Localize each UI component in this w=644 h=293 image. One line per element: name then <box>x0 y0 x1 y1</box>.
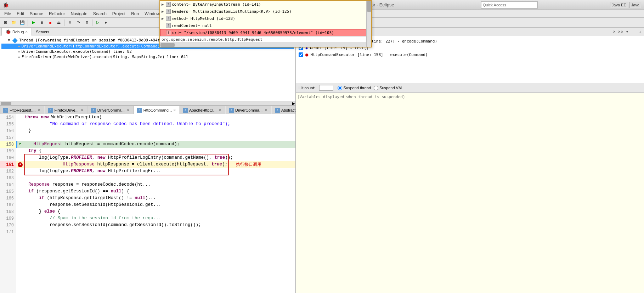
stack-frame-1[interactable]: ▬ DriverCommandExecutor.execute(Command)… <box>1 49 294 54</box>
toolbar-sep-2 <box>64 19 64 26</box>
open-button[interactable]: 📁 <box>10 19 18 27</box>
line-num-162: 162 <box>0 168 16 175</box>
line-num-161: 161 <box>0 161 16 168</box>
java-perspective[interactable]: Java <box>629 2 641 8</box>
tab-close-active[interactable]: ✕ <box>173 108 176 112</box>
variables-placeholder: (Variables displayed when thread is susp… <box>297 95 643 99</box>
menu-search[interactable]: Search <box>90 11 109 17</box>
suspend-radio-group: Suspend thread Suspend VM <box>338 86 402 90</box>
line-num-170: 170 <box>0 222 16 229</box>
stack-frame-2[interactable]: ▬ FirefoxDriver(RemoteWebDriver).execute… <box>1 54 294 60</box>
new-button[interactable]: ⊞ <box>1 19 9 27</box>
close-tab-1[interactable]: ✕ <box>80 108 84 112</box>
main-layout: 🐞 Debug ✕ Servers ⊘ ✕ ▾ — □ <box>0 28 644 293</box>
menu-refactor[interactable]: Refactor <box>46 11 68 17</box>
line-num-166: 166 <box>0 195 16 202</box>
hit-count-input[interactable] <box>319 85 333 91</box>
editor-tab-1[interactable]: J FirefoxDrive... ✕ <box>45 106 87 114</box>
debug-resume[interactable]: ▶ <box>29 19 37 27</box>
scroll-right-arrow[interactable]: ▶ <box>291 101 295 106</box>
code-line-157 <box>16 134 295 141</box>
servers-tab[interactable]: Servers <box>32 28 53 36</box>
frame-icon-2: ▬ <box>18 55 20 59</box>
bp-icon-removeall[interactable]: ✕✕ <box>618 29 623 35</box>
bp-icon-max[interactable]: □ <box>637 29 643 35</box>
editor-tab-4[interactable]: J ApacheHttpCl... ✕ <box>180 106 225 114</box>
tab-icon-0: J <box>3 108 8 113</box>
suspend-thread-label[interactable]: Suspend thread <box>338 86 371 90</box>
code-line-166: if (httpResponse.getTargetHost() != null… <box>16 195 295 202</box>
step-return[interactable]: ⬆ <box>83 19 91 27</box>
suspend-vm-label[interactable]: Suspend VM <box>374 86 402 90</box>
menu-navigate[interactable]: Navigate <box>68 11 90 17</box>
bp-checkbox-2[interactable] <box>299 52 303 57</box>
code-line-170: response.setSessionId(command.getSession… <box>16 222 295 229</box>
quick-access-container <box>481 1 538 9</box>
code-line-163 <box>16 175 295 181</box>
debug-disconnect[interactable]: ⏏ <box>55 19 63 27</box>
code-line-156: } <box>16 128 295 134</box>
tab-icon-6: J <box>275 108 280 113</box>
toolbar-sep-3 <box>92 19 92 26</box>
line-num-165: 165 <box>0 188 16 195</box>
code-line-154: throw new WebDriverException( <box>16 114 295 121</box>
tab-icon-4: J <box>183 108 188 113</box>
close-tab-5[interactable]: ✕ <box>264 108 268 112</box>
suspend-vm-radio[interactable] <box>374 86 378 90</box>
suspend-section: Hit count: Suspend thread Suspend VM <box>296 83 644 93</box>
menu-file[interactable]: File <box>1 11 14 17</box>
quick-access-input[interactable] <box>481 1 538 9</box>
code-line-155: "No command or response codec has been d… <box>16 121 295 128</box>
debug-suspend[interactable]: ⏸ <box>38 19 46 27</box>
suspend-thread-radio[interactable] <box>338 86 342 90</box>
tab-icon-2: J <box>91 108 96 113</box>
close-tab-4[interactable]: ✕ <box>218 108 222 112</box>
line-numbers: 154 155 156 157 158 159 160 161 162 163 … <box>0 114 16 293</box>
toolbar-sep-1 <box>28 19 28 26</box>
menu-run[interactable]: Run <box>128 11 142 17</box>
editor-tab-2[interactable]: J DriverComma... ✕ <box>88 106 134 114</box>
line-num-163: 163 <box>0 175 16 181</box>
perspective-buttons: Java EE Java <box>610 2 641 8</box>
step-over[interactable]: ↷ <box>74 19 82 27</box>
run-button[interactable]: ▷ <box>94 19 102 27</box>
code-line-158: ➤ HttpRequest httpRequest = commandCodec… <box>16 141 295 148</box>
code-line-164: Response response = responseCodec.decode… <box>16 181 295 188</box>
code-content: 154 155 156 157 158 159 160 161 162 163 … <box>0 114 295 293</box>
debug-scrollbar-h[interactable]: ▶ <box>0 101 295 105</box>
code-line-161: ● HttpResponse httpResponse = client.exe… <box>16 161 295 168</box>
debug-stop[interactable]: ■ <box>46 19 54 27</box>
menu-source[interactable]: Source <box>27 11 46 17</box>
line-num-164: 164 <box>0 181 16 188</box>
code-line-171 <box>16 229 295 235</box>
editor-tab-6[interactable]: J AbstractHttp... ✕ <box>272 106 295 114</box>
save-button[interactable]: 💾 <box>18 19 26 27</box>
debug-tab[interactable]: 🐞 Debug ✕ <box>1 28 32 36</box>
close-tab-2[interactable]: ✕ <box>126 108 130 112</box>
line-num-171: 171 <box>0 229 16 235</box>
code-line-168: } else { <box>16 208 295 215</box>
line-num-156: 156 <box>0 128 16 134</box>
editor-tab-3[interactable]: J HttpCommand... ✕ <box>134 106 179 114</box>
java-ee-perspective[interactable]: Java EE <box>610 2 628 8</box>
step-into[interactable]: ⬇ <box>66 19 74 27</box>
close-tab-0[interactable]: ✕ <box>37 108 41 112</box>
line-num-168: 168 <box>0 208 16 215</box>
run-last[interactable]: ▸ <box>102 19 110 27</box>
bp-icon-menu[interactable]: ▾ <box>624 29 630 35</box>
breakpoints-panel-icons: ✕ ✕✕ ▾ — □ <box>611 29 643 35</box>
line-num-167: 167 <box>0 202 16 208</box>
menu-edit[interactable]: Edit <box>14 11 27 17</box>
bp-icon-min[interactable]: — <box>631 29 636 35</box>
code-lines[interactable]: throw new WebDriverException( "No comman… <box>16 114 295 293</box>
editor-tab-5[interactable]: J DriverComma... ✕ <box>226 106 271 114</box>
highlighted-code: HttpResponse httpResponse = client.execu… <box>24 154 229 175</box>
line-num-159: 159 <box>0 148 16 154</box>
bp-icon-remove[interactable]: ✕ <box>611 29 617 35</box>
menu-project[interactable]: Project <box>109 11 128 17</box>
editor-tab-0[interactable]: J HttpRequest.... ✕ <box>0 106 44 114</box>
bp-icon-2: ● <box>305 52 308 57</box>
frame-icon-1: ▬ <box>18 49 20 54</box>
code-line-165: if (response.getSessionId() == null) { <box>16 188 295 195</box>
line-num-155: 155 <box>0 121 16 128</box>
